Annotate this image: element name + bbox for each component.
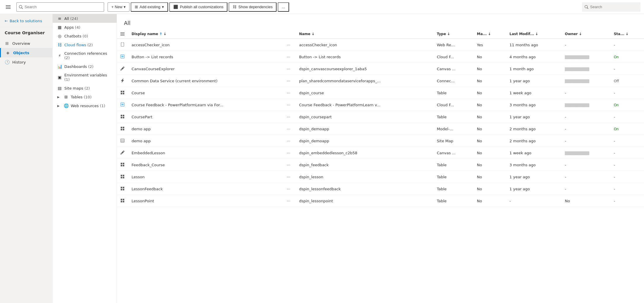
tree-item-tables[interactable]: ▶ ⊞ Tables (10) <box>53 93 117 101</box>
row-owner: - <box>561 87 610 99</box>
owner-value: No <box>565 199 570 203</box>
row-managed: No <box>473 135 506 147</box>
table-row[interactable]: Course Feedback - PowerPlatformLearn via… <box>117 99 644 111</box>
tree-item-dashboards[interactable]: 📊 Dashboards (2) <box>53 62 117 71</box>
tree-item-connection-refs[interactable]: ⚡ Connection references (2) <box>53 49 117 62</box>
nav-item-objects[interactable]: ◈ Objects <box>0 48 52 57</box>
table-row[interactable]: Common Data Service (current environment… <box>117 75 644 87</box>
row-more-cell: ⋯ <box>282 183 296 195</box>
svg-rect-37 <box>123 198 124 200</box>
show-dependencies-button[interactable]: ⛓ Show dependencies <box>229 2 277 12</box>
row-name: dspin_demoapp <box>296 123 433 135</box>
more-actions-button[interactable]: ... <box>278 2 289 12</box>
col-header-status[interactable]: Sta... ↓ <box>610 30 644 39</box>
all-icon: ≡ <box>57 16 62 21</box>
status-empty: - <box>614 163 615 167</box>
row-name: accessChecker_icon <box>296 39 433 51</box>
col-header-type[interactable]: Type ↓ <box>433 30 473 39</box>
row-icon-cell <box>117 171 128 183</box>
row-more-button[interactable]: ⋯ <box>285 77 292 84</box>
table-row[interactable]: CoursePart ⋯ dspin_coursepart Table No 1… <box>117 111 644 123</box>
row-managed: Yes <box>473 39 506 51</box>
table-row[interactable]: demo app ⋯ dspin_demoapp Model-... No 2 … <box>117 123 644 135</box>
env-vars-label: Environment variables (1) <box>64 73 112 82</box>
svg-rect-24 <box>121 162 122 164</box>
table-row[interactable]: LessonPoint ⋯ dspin_lessonpoint Table No… <box>117 195 644 207</box>
tree-item-env-vars[interactable]: ▣ Environment variables (1) <box>53 71 117 84</box>
row-more-button[interactable]: ⋯ <box>285 197 292 204</box>
table-row[interactable]: EmbeddedLesson ⋯ dspin_embeddedlesson_c2… <box>117 147 644 159</box>
svg-rect-14 <box>121 117 122 118</box>
row-display-name: demo app <box>128 135 282 147</box>
table-row[interactable]: demo app ⋯ dspin_demoapp Site Map No 2 m… <box>117 135 644 147</box>
table-row[interactable]: Feedback_Course ⋯ dspin_feedback Table N… <box>117 159 644 171</box>
overview-label: Overview <box>12 41 30 46</box>
row-status: On <box>610 123 644 135</box>
tree-item-site-maps[interactable]: ▤ Site maps (2) <box>53 84 117 93</box>
table-row[interactable]: CanvasCourseExplorer ⋯ dspin_canvascours… <box>117 63 644 75</box>
row-more-button[interactable]: ⋯ <box>285 65 292 72</box>
row-more-cell: ⋯ <box>282 51 296 63</box>
row-last-modified: 2 months ago <box>506 123 562 135</box>
col-header-last-modified[interactable]: Last Modif... ↓ <box>506 30 562 39</box>
row-more-button[interactable]: ⋯ <box>285 137 292 144</box>
col-header-name[interactable]: Name ↓ <box>296 30 433 39</box>
col-header-managed[interactable]: Ma... ↓ <box>473 30 506 39</box>
row-type: Table <box>433 171 473 183</box>
row-more-button[interactable]: ⋯ <box>285 185 292 192</box>
table-row[interactable]: Button -> List records ⋯ Button -> List … <box>117 51 644 63</box>
add-existing-button[interactable]: ⊞ Add existing ▾ <box>131 2 168 12</box>
tree-item-cloud-flows[interactable]: ⛓ Cloud flows (2) <box>53 40 117 49</box>
col-header-owner[interactable]: Owner ↓ <box>561 30 610 39</box>
row-owner: - <box>561 123 610 135</box>
owner-redacted: ████████ <box>565 67 589 71</box>
svg-rect-17 <box>123 126 124 128</box>
right-search-input[interactable] <box>590 5 638 9</box>
tree-item-all[interactable]: ≡ All (24) <box>53 14 117 23</box>
tree-item-web-resources[interactable]: ▶ 🌐 Web resources (1) <box>53 101 117 110</box>
table-row[interactable]: accessChecker_icon ⋯ accessChecker_icon … <box>117 39 644 51</box>
row-display-name: EmbeddedLesson <box>128 147 282 159</box>
svg-rect-13 <box>123 114 124 116</box>
row-more-button[interactable]: ⋯ <box>285 173 292 180</box>
sort-asc-icon: ↑ <box>159 32 162 36</box>
data-table: Display name ↑ ↓ Name ↓ <box>117 30 644 207</box>
row-owner: - <box>561 111 610 123</box>
col-owner-sort-icon: ↓ <box>579 32 582 36</box>
svg-rect-4 <box>120 34 125 34</box>
col-type-sort-icon: ↓ <box>447 32 450 36</box>
env-vars-icon: ▣ <box>57 75 62 80</box>
table-row[interactable]: LessonFeedback ⋯ dspin_lessonfeedback Ta… <box>117 183 644 195</box>
all-count: (24) <box>70 16 78 21</box>
row-more-button[interactable]: ⋯ <box>285 89 292 96</box>
row-more-button[interactable]: ⋯ <box>285 101 292 108</box>
row-display-name: Course Feedback - PowerPlatformLearn via… <box>128 99 282 111</box>
col-header-display-name[interactable]: Display name ↑ ↓ <box>128 30 282 39</box>
nav-item-overview[interactable]: ⊞ Overview <box>0 39 52 48</box>
hamburger-menu[interactable] <box>4 2 13 12</box>
row-icon-cell <box>117 63 128 75</box>
row-more-button[interactable]: ⋯ <box>285 53 292 60</box>
data-table-wrap[interactable]: Display name ↑ ↓ Name ↓ <box>117 30 644 303</box>
owner-value: - <box>565 175 566 179</box>
row-more-cell: ⋯ <box>282 75 296 87</box>
tree-item-apps[interactable]: ▦ Apps (4) <box>53 23 117 32</box>
publish-button[interactable]: ⬛ Publish all customizations <box>169 2 227 12</box>
new-button[interactable]: + New ▾ <box>108 2 130 12</box>
nav-item-history[interactable]: 🕐 History <box>0 57 52 67</box>
tree-item-chatbots[interactable]: ◎ Chatbots (0) <box>53 32 117 40</box>
table-row[interactable]: Lesson ⋯ dspin_lesson Table No 1 year ag… <box>117 171 644 183</box>
row-status: - <box>610 63 644 75</box>
row-more-button[interactable]: ⋯ <box>285 41 292 48</box>
row-more-button[interactable]: ⋯ <box>285 161 292 168</box>
row-more-button[interactable]: ⋯ <box>285 125 292 132</box>
row-more-button[interactable]: ⋯ <box>285 113 292 120</box>
row-last-modified: 3 months ago <box>506 159 562 171</box>
back-to-solutions-link[interactable]: ← Back to solutions <box>0 15 52 27</box>
row-icon-cell <box>117 51 128 63</box>
row-more-button[interactable]: ⋯ <box>285 149 292 156</box>
row-type: Canvas ... <box>433 63 473 75</box>
table-row[interactable]: Course ⋯ dspin_course Table No 1 week ag… <box>117 87 644 99</box>
toolbar-search-input[interactable] <box>25 5 101 9</box>
row-more-cell: ⋯ <box>282 39 296 51</box>
